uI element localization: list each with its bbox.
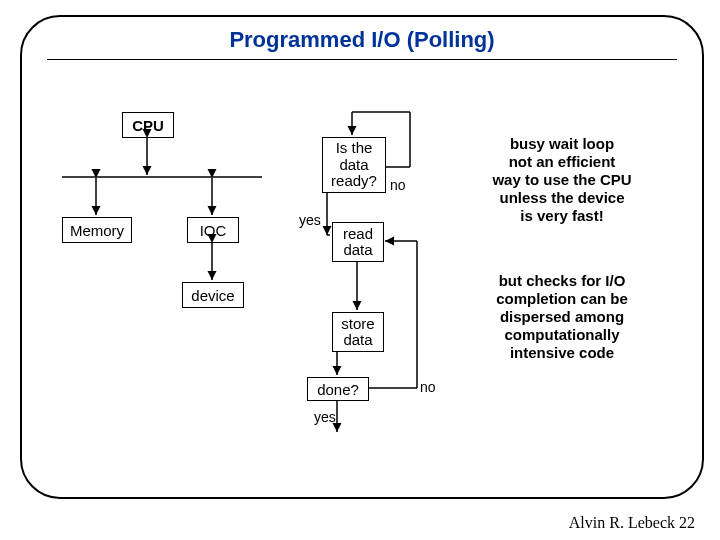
cpu-box: CPU bbox=[122, 112, 174, 138]
footer-text: Alvin R. Lebeck 22 bbox=[569, 514, 695, 532]
annotation-busy-wait: busy wait loop not an efficient way to u… bbox=[462, 135, 662, 225]
read-data-box: read data bbox=[332, 222, 384, 262]
no-label-2: no bbox=[420, 379, 436, 395]
slide-title: Programmed I/O (Polling) bbox=[22, 27, 702, 53]
yes-label-2: yes bbox=[314, 409, 336, 425]
slide-frame: Programmed I/O (Polling) CPU Memory IOC … bbox=[20, 15, 704, 499]
data-ready-box: Is the data ready? bbox=[322, 137, 386, 193]
title-rule bbox=[47, 59, 677, 60]
yes-label-1: yes bbox=[299, 212, 321, 228]
memory-box: Memory bbox=[62, 217, 132, 243]
store-data-box: store data bbox=[332, 312, 384, 352]
ioc-box: IOC bbox=[187, 217, 239, 243]
annotation-dispersed: but checks for I/O completion can be dis… bbox=[462, 272, 662, 362]
no-label-1: no bbox=[390, 177, 406, 193]
device-box: device bbox=[182, 282, 244, 308]
done-box: done? bbox=[307, 377, 369, 401]
